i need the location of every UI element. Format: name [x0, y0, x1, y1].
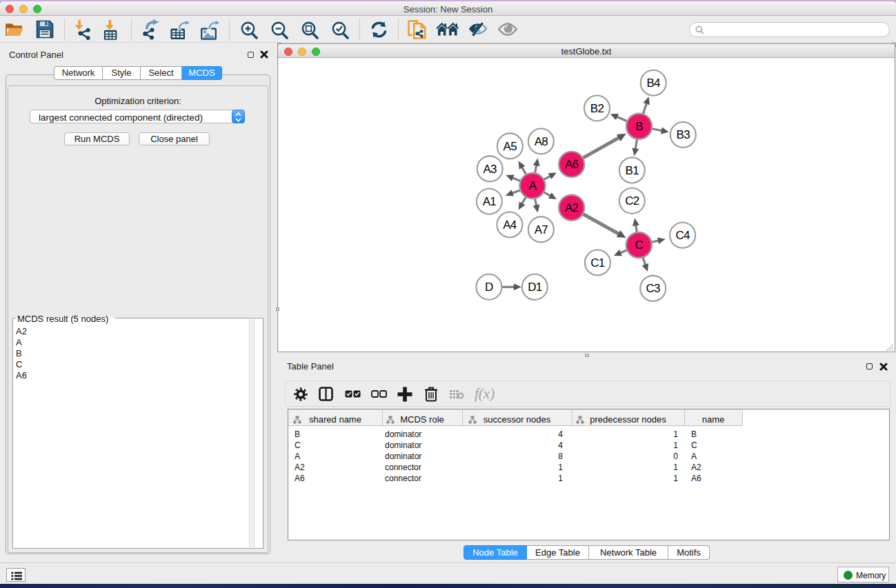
svg-text:C: C: [635, 239, 644, 252]
svg-text:A3: A3: [483, 163, 497, 176]
svg-text:A4: A4: [503, 219, 517, 232]
svg-text:A: A: [529, 179, 537, 192]
svg-text:A1: A1: [483, 195, 497, 208]
svg-text:C4: C4: [675, 229, 690, 242]
svg-text:B1: B1: [626, 164, 639, 177]
svg-text:B4: B4: [646, 77, 660, 90]
svg-text:B3: B3: [677, 128, 690, 141]
svg-text:B: B: [635, 120, 643, 133]
svg-text:C3: C3: [646, 282, 661, 295]
svg-text:C1: C1: [590, 256, 605, 270]
svg-text:A2: A2: [565, 201, 579, 214]
svg-text:A5: A5: [504, 140, 517, 153]
svg-text:A7: A7: [535, 223, 548, 236]
svg-text:A6: A6: [565, 158, 579, 171]
svg-text:D1: D1: [528, 281, 542, 294]
svg-text:C2: C2: [625, 194, 639, 207]
svg-text:A8: A8: [535, 135, 548, 148]
svg-text:B2: B2: [590, 102, 604, 115]
svg-text:D: D: [485, 281, 493, 294]
